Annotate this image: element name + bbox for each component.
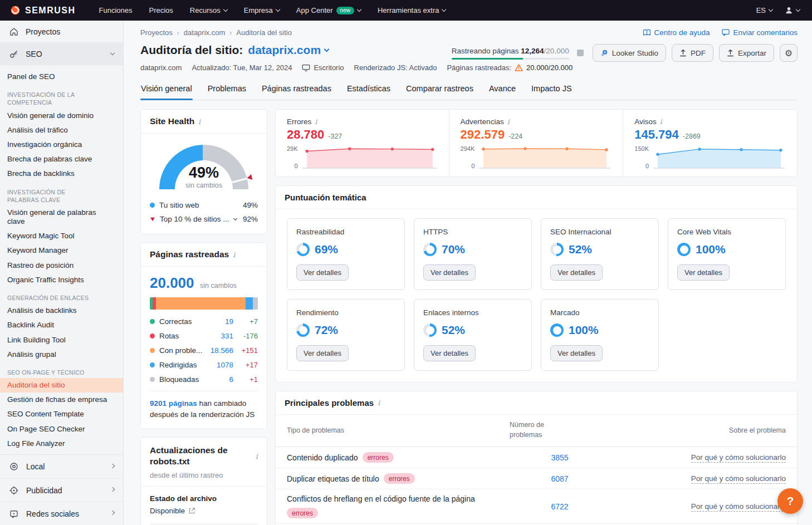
target-icon xyxy=(9,485,19,495)
sidebar-item-keyword-magic-tool[interactable]: Keyword Magic Tool xyxy=(0,229,123,243)
site-health-gauge: 49% sin cambios xyxy=(159,145,248,189)
gear-icon: ⚙ xyxy=(785,48,793,58)
info-icon[interactable]: i xyxy=(198,117,200,126)
warnings-count[interactable]: 292.579 xyxy=(461,127,505,142)
tab-problemas[interactable]: Problemas xyxy=(207,84,247,100)
ver-detalles-button[interactable]: Ver detalles xyxy=(550,345,603,361)
orange-dot-icon xyxy=(150,348,155,353)
settings-button[interactable]: ⚙ xyxy=(780,44,798,62)
why-how-fix-link[interactable]: Por qué y cómo solucionarlo xyxy=(691,453,786,463)
pages-crawled-title: Páginas rastreadas xyxy=(150,249,229,259)
file-status-label: Estado del archivo xyxy=(150,494,258,503)
sidebar-item-investigacion-organica[interactable]: Investigación orgánica xyxy=(0,138,123,152)
ver-detalles-button[interactable]: Ver detalles xyxy=(296,345,349,361)
sidebar-item-auditoria-del-sitio[interactable]: Auditoría del sitio xyxy=(0,378,123,392)
sidebar-item-on-page-seo-checker[interactable]: On Page SEO Checker xyxy=(0,422,123,436)
sidebar-item-keyword-manager[interactable]: Keyword Manager xyxy=(0,243,123,258)
language-selector[interactable]: ES xyxy=(756,6,772,14)
sidebar-item-vision-palabras-clave[interactable]: Visión general de palabras clave xyxy=(0,205,123,229)
info-icon[interactable]: i xyxy=(233,251,235,259)
errors-count[interactable]: 28.780 xyxy=(287,127,324,142)
legend-count-link[interactable]: 19 xyxy=(225,317,233,326)
sidebar-item-analisis-grupal[interactable]: Análisis grupal xyxy=(0,347,123,362)
sidebar-item-analisis-trafico[interactable]: Análisis del tráfico xyxy=(0,123,123,138)
sidebar-item-gestion-fichas[interactable]: Gestión de fichas de empresa xyxy=(0,392,123,407)
sidebar-group-header-enlaces: GENERACIÓN DE ENLACES xyxy=(0,287,106,303)
help-fab-button[interactable]: ? xyxy=(777,488,803,514)
why-how-fix-link[interactable]: Por qué y cómo solucionarlo xyxy=(691,474,786,484)
info-icon[interactable]: i xyxy=(507,117,510,126)
thematic-label: Enlaces internos xyxy=(423,308,522,317)
issue-count-link[interactable]: 6722 xyxy=(510,502,610,511)
export-button[interactable]: Exportar xyxy=(719,44,774,62)
legend-count-link[interactable]: 331 xyxy=(221,332,233,340)
sidebar-item-proyectos[interactable]: Proyectos xyxy=(0,21,123,43)
sidebar-item-organic-traffic-insights[interactable]: Organic Traffic Insights xyxy=(0,273,123,287)
info-icon[interactable]: i xyxy=(315,117,317,126)
sidebar-item-publicidad[interactable]: Publicidad xyxy=(0,478,123,502)
sidebar-item-seo-content-template[interactable]: SEO Content Template xyxy=(0,407,123,421)
info-icon[interactable]: i xyxy=(378,399,380,407)
notices-count[interactable]: 145.794 xyxy=(634,127,679,142)
ver-detalles-button[interactable]: Ver detalles xyxy=(550,264,603,281)
looker-studio-button[interactable]: Looker Studio xyxy=(593,44,666,62)
pdf-button[interactable]: PDF xyxy=(672,44,713,62)
sidebar-item-rastreo-posicion[interactable]: Rastreo de posición xyxy=(0,258,123,273)
legend-count-link[interactable]: 6 xyxy=(229,375,233,384)
tab-estadisticas[interactable]: Estadísticas xyxy=(346,84,391,100)
sidebar-item-brecha-palabras-clave[interactable]: Brecha de palabras clave xyxy=(0,152,123,166)
sidebar-item-panel-de-seo[interactable]: Panel de SEO xyxy=(0,70,123,84)
sidebar-item-redes-sociales[interactable]: Redes sociales xyxy=(0,502,123,525)
tab-avance[interactable]: Avance xyxy=(488,84,516,100)
ver-detalles-button[interactable]: Ver detalles xyxy=(423,345,476,361)
help-center-link[interactable]: Centro de ayuda xyxy=(643,28,710,37)
sidebar-item-log-file-analyzer[interactable]: Log File Analyzer xyxy=(0,436,123,451)
tab-paginas-rastreadas[interactable]: Páginas rastreadas xyxy=(261,84,332,100)
help-book-icon xyxy=(643,29,651,36)
sidebar-section-seo[interactable]: SEO xyxy=(0,43,123,65)
sidebar-item-backlink-audit[interactable]: Backlink Audit xyxy=(0,318,123,332)
nav-funciones[interactable]: Funciones xyxy=(99,6,133,14)
sidebar-item-local[interactable]: Local xyxy=(0,455,123,478)
warning-icon[interactable] xyxy=(515,64,523,71)
semrush-logo[interactable]: SEMRUSH xyxy=(0,5,87,16)
issue-count-link[interactable]: 3855 xyxy=(510,453,610,462)
tab-vision-general[interactable]: Visión general xyxy=(140,84,193,100)
sidebar-item-link-building-tool[interactable]: Link Building Tool xyxy=(0,333,123,347)
tab-impacto-js[interactable]: Impacto JS xyxy=(531,84,573,100)
legend-count-link[interactable]: 1078 xyxy=(217,361,233,369)
stop-crawl-button[interactable] xyxy=(577,50,584,56)
sidebar-item-brecha-backlinks[interactable]: Brecha de backlinks xyxy=(0,166,123,181)
feedback-link[interactable]: Enviar comentarios xyxy=(722,28,798,37)
crawl-progress-fill xyxy=(452,58,524,60)
language-label: ES xyxy=(756,6,766,14)
meta-device-label: Escritorio xyxy=(314,63,344,72)
changed-pages-link[interactable]: 9201 páginas xyxy=(150,399,197,408)
why-how-fix-link[interactable]: Por qué y cómo solucionarlo xyxy=(691,502,786,512)
sidebar-item-analisis-backlinks[interactable]: Análisis de backlinks xyxy=(0,303,123,318)
thematic-https: HTTPS 70% Ver detalles xyxy=(414,218,532,290)
account-menu[interactable] xyxy=(785,6,800,14)
nav-precios[interactable]: Precios xyxy=(149,6,173,14)
chevron-down-icon[interactable] xyxy=(233,217,237,220)
nav-app-center[interactable]: App Centernew xyxy=(296,6,361,14)
sidebar-item-vision-general-dominio[interactable]: Visión general de dominio xyxy=(0,109,123,123)
y-axis-max: 294K xyxy=(461,145,475,152)
breadcrumb-proyectos[interactable]: Proyectos xyxy=(140,28,173,37)
ver-detalles-button[interactable]: Ver detalles xyxy=(423,264,476,281)
info-icon[interactable]: i xyxy=(256,452,258,460)
breadcrumb-domain[interactable]: dataprix.com xyxy=(184,28,225,37)
domain-selector[interactable]: dataprix.com xyxy=(248,43,329,57)
tab-comparar-rastreos[interactable]: Comparar rastreos xyxy=(405,84,474,100)
y-axis-max: 150K xyxy=(634,145,649,152)
ver-detalles-button[interactable]: Ver detalles xyxy=(677,264,730,281)
nav-herramientas-extra[interactable]: Herramientas extra xyxy=(378,6,446,14)
pages-stacked-bar[interactable] xyxy=(150,297,258,310)
external-link-icon[interactable] xyxy=(188,507,195,514)
issue-count-link[interactable]: 6087 xyxy=(510,474,610,483)
legend-count-link[interactable]: 18.566 xyxy=(211,346,233,355)
nav-recursos[interactable]: Recursos xyxy=(190,6,227,14)
ver-detalles-button[interactable]: Ver detalles xyxy=(296,264,349,281)
info-icon[interactable]: i xyxy=(660,117,662,126)
nav-empresa[interactable]: Empresa xyxy=(244,6,280,14)
